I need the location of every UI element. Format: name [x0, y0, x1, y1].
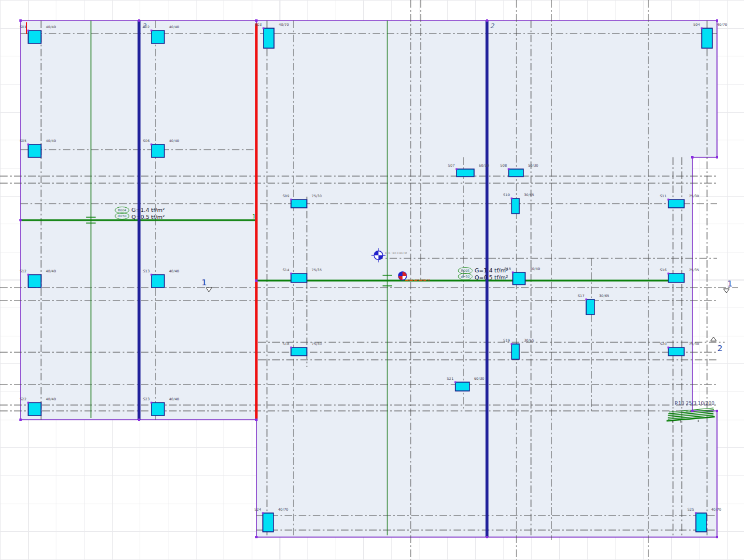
column-size-label: 40/40: [46, 269, 56, 273]
column-size-label: 75/30: [312, 194, 322, 198]
node-point: [586, 299, 587, 301]
node-point: [263, 28, 265, 29]
column-name-label: S12: [20, 269, 27, 273]
column-name-label: S09: [283, 194, 290, 198]
column-S18[interactable]: [291, 348, 307, 356]
node-point: [255, 279, 258, 282]
column-S17[interactable]: [586, 299, 594, 315]
section-marker-triangle[interactable]: [723, 289, 729, 293]
column-S11[interactable]: [668, 200, 684, 208]
node-point: [290, 273, 292, 275]
section-marker-triangle[interactable]: [711, 337, 716, 341]
load-thickness-label: d=50: [461, 275, 470, 278]
node-point: [28, 144, 29, 146]
column-S22[interactable]: [28, 403, 41, 416]
column-S14[interactable]: [291, 274, 307, 282]
column-size-label: 75/35: [312, 268, 322, 272]
column-name-label: S22: [20, 397, 27, 401]
column-name-label: S20: [660, 342, 667, 346]
column-name-label: S13: [143, 269, 150, 273]
load-g-label: G=1.4 tf/m²: [475, 267, 508, 274]
node-point: [151, 30, 153, 32]
column-S24[interactable]: [263, 513, 273, 532]
node-point: [290, 347, 292, 349]
column-name-label: S04: [694, 22, 701, 26]
node-point: [668, 273, 669, 275]
node-point: [138, 419, 140, 421]
column-S16[interactable]: [668, 274, 684, 282]
node-point: [151, 274, 153, 276]
column-name-label: S07: [448, 163, 455, 167]
rigidity-center-label: K01: K0 CRU M: [408, 278, 430, 282]
column-size-label: 60/30: [479, 163, 489, 167]
column-size-label: 40/40: [169, 139, 179, 143]
column-size-label: 40/70: [717, 22, 727, 26]
node-point: [151, 402, 153, 404]
load-tag-label: R005: [461, 269, 470, 272]
node-point: [716, 156, 718, 158]
column-size-label: 40/40: [46, 139, 56, 143]
load-tag-label: R004: [118, 208, 127, 212]
beam-number-label: 1: [252, 214, 256, 220]
column-name-label: S06: [143, 139, 150, 143]
column-S15[interactable]: [513, 272, 525, 285]
node-point: [19, 19, 22, 22]
column-S21[interactable]: [455, 382, 469, 391]
node-point: [255, 419, 258, 421]
node-point: [716, 19, 718, 22]
node-point: [28, 30, 29, 32]
floor-plan-svg: S0140/40S0240/40S0340/70S0440/70S0540/40…: [0, 0, 744, 560]
column-name-label: S16: [660, 268, 667, 272]
column-size-label: 40/70: [278, 507, 288, 511]
column-name-label: S18: [283, 342, 290, 346]
node-point: [456, 168, 458, 170]
column-S02[interactable]: [151, 31, 164, 43]
node-point: [19, 419, 22, 421]
node-point: [668, 347, 669, 349]
column-name-label: S23: [143, 397, 150, 401]
column-S25[interactable]: [696, 513, 706, 532]
column-size-label: 75/30: [689, 194, 699, 198]
load-q-label: Q=0.5 tf/m²: [131, 214, 165, 220]
column-S23[interactable]: [151, 403, 164, 416]
load-thickness-label: d=50: [117, 214, 127, 218]
node-point: [701, 28, 703, 29]
column-S03[interactable]: [263, 28, 274, 48]
column-S19[interactable]: [512, 344, 519, 359]
node-point: [455, 382, 456, 383]
column-S07[interactable]: [456, 169, 474, 177]
column-S04[interactable]: [702, 28, 712, 48]
column-name-label: S11: [660, 194, 667, 198]
column-S06[interactable]: [151, 144, 164, 157]
node-point: [486, 19, 488, 22]
node-point: [255, 19, 258, 22]
mass-center-label: K01: K0 CRU M: [385, 251, 407, 255]
column-S01[interactable]: [28, 31, 41, 43]
node-point: [262, 512, 264, 514]
node-point: [508, 168, 510, 170]
column-S12[interactable]: [28, 275, 41, 288]
column-S20[interactable]: [668, 348, 684, 356]
node-point: [151, 144, 153, 146]
node-point: [19, 219, 22, 221]
column-S09[interactable]: [291, 200, 307, 208]
column-name-label: S03: [255, 22, 262, 26]
column-name-label: S05: [20, 139, 27, 143]
node-point: [138, 19, 140, 22]
column-name-label: S14: [283, 268, 290, 272]
column-S05[interactable]: [28, 144, 41, 157]
node-point: [668, 199, 669, 201]
cad-drawing-canvas[interactable]: S0140/40S0240/40S0340/70S0440/70S0540/40…: [0, 0, 744, 560]
node-point: [28, 402, 29, 404]
column-size-label: 40/40: [46, 397, 56, 401]
section-marker-number: 1: [202, 278, 207, 287]
section-marker-number: 1: [728, 279, 733, 288]
column-size-label: 75/35: [689, 268, 699, 272]
stair-label: P.13 25/3 10/200: [675, 401, 715, 406]
column-size-label: 60/30: [474, 376, 484, 380]
column-S08[interactable]: [509, 169, 523, 177]
node-point: [290, 199, 292, 201]
column-S10[interactable]: [512, 198, 519, 214]
column-S13[interactable]: [151, 275, 164, 288]
column-name-label: S01: [20, 25, 27, 29]
